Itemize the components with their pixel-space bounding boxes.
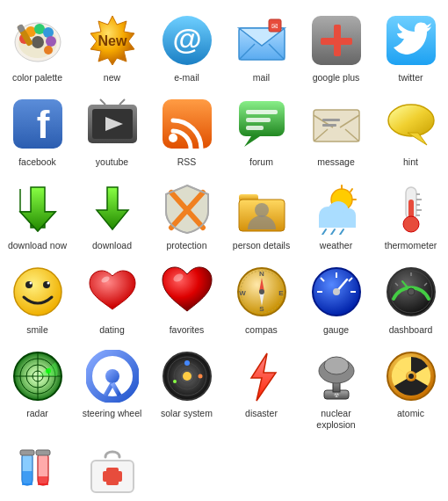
svg-rect-138 <box>22 471 33 485</box>
twitter-icon <box>382 11 439 69</box>
rss-icon <box>158 96 215 153</box>
message-label: message <box>317 156 355 168</box>
smile-label: smile <box>26 324 48 336</box>
mail-icon: ✉ <box>233 11 290 69</box>
color-palette-icon <box>9 11 66 69</box>
smile-icon <box>9 264 66 321</box>
solar-system-icon <box>158 347 215 404</box>
download-now-icon <box>9 179 66 236</box>
icon-item-weather[interactable]: weather <box>299 172 373 257</box>
svg-point-8 <box>32 36 44 48</box>
icon-item-radar[interactable]: radar <box>0 340 75 435</box>
steering-wheel-icon <box>83 347 141 404</box>
protection-label: protection <box>166 240 206 251</box>
icon-item-atomic[interactable]: atomic <box>373 340 448 435</box>
svg-line-30 <box>119 99 125 105</box>
svg-point-125 <box>198 374 202 378</box>
icon-item-forum[interactable]: forum <box>224 89 299 173</box>
icon-item-color-palette[interactable]: color palette <box>0 4 75 89</box>
svg-rect-36 <box>246 110 278 114</box>
google-plus-label: google plus <box>313 72 360 84</box>
svg-text:E: E <box>278 289 284 297</box>
weather-label: weather <box>320 240 352 251</box>
svg-rect-37 <box>246 118 271 122</box>
icon-item-favorites[interactable]: favorites <box>149 257 224 341</box>
youtube-icon <box>83 96 141 153</box>
facebook-label: facebook <box>18 156 56 168</box>
test-tubes-icon <box>9 443 66 500</box>
icon-item-protection[interactable]: protection <box>149 172 224 257</box>
nuclear-explosion-label: nuclear explosion <box>316 408 355 430</box>
svg-rect-144 <box>36 450 50 455</box>
dating-icon <box>83 264 141 321</box>
icon-item-compas[interactable]: N S W E compas <box>224 257 299 341</box>
svg-marker-47 <box>408 133 427 145</box>
icon-item-message[interactable]: message <box>299 89 373 173</box>
radar-label: radar <box>26 408 48 419</box>
svg-point-126 <box>173 380 177 383</box>
icon-item-person-details[interactable]: person details <box>224 172 299 257</box>
icon-item-steering-wheel[interactable]: steering wheel <box>75 340 149 435</box>
svg-point-6 <box>46 36 56 47</box>
icon-item-disaster[interactable]: disaster <box>224 340 299 435</box>
compas-label: compas <box>245 324 278 336</box>
download-label: download <box>92 240 132 251</box>
person-details-label: person details <box>233 240 290 251</box>
icon-item-solar-system[interactable]: solar system <box>149 340 224 435</box>
rss-label: RSS <box>177 156 197 168</box>
icon-item-smile[interactable]: smile <box>0 257 75 341</box>
radar-icon <box>9 347 66 404</box>
youtube-label: youtube <box>96 156 128 168</box>
icon-item-download-now[interactable]: download now <box>0 172 75 257</box>
thermometer-icon <box>382 179 439 236</box>
icon-item-facebook[interactable]: f facebook <box>0 89 75 173</box>
icon-item-mail[interactable]: ✉ mail <box>224 4 299 89</box>
svg-text:N: N <box>259 270 264 278</box>
icon-item-email[interactable]: @ e-mail <box>149 4 224 89</box>
icon-item-youtube[interactable]: youtube <box>75 89 149 173</box>
dashboard-label: dashboard <box>389 324 433 336</box>
icon-item-download[interactable]: download <box>75 172 149 257</box>
svg-point-131 <box>324 357 349 374</box>
icon-item-hint[interactable]: hint <box>373 89 448 173</box>
svg-point-33 <box>169 134 177 142</box>
svg-line-118 <box>112 383 119 396</box>
icon-item-dashboard[interactable]: dashboard <box>373 257 448 341</box>
icon-item-new[interactable]: New new <box>75 4 149 89</box>
svg-marker-51 <box>97 187 128 229</box>
svg-text:☢: ☢ <box>334 392 339 398</box>
svg-rect-38 <box>246 126 264 130</box>
protection-icon <box>158 179 215 236</box>
first-aid-icon <box>83 443 141 500</box>
icon-item-dating[interactable]: dating <box>75 257 149 341</box>
svg-text:f: f <box>36 103 49 146</box>
new-icon: New <box>83 11 141 69</box>
svg-point-70 <box>403 216 419 232</box>
facebook-icon: f <box>9 96 66 153</box>
icon-item-rss[interactable]: RSS <box>149 89 224 173</box>
icon-item-first-aid[interactable]: first aid <box>75 436 149 501</box>
icon-item-gauge[interactable]: gauge <box>299 257 373 341</box>
icon-item-twitter[interactable]: twitter <box>373 4 448 89</box>
svg-point-124 <box>184 360 190 366</box>
forum-label: forum <box>249 156 273 168</box>
hint-icon <box>382 96 439 153</box>
svg-point-106 <box>408 288 415 295</box>
svg-point-46 <box>388 105 434 136</box>
svg-line-59 <box>350 189 352 192</box>
email-label: e-mail <box>174 72 199 84</box>
svg-point-99 <box>333 288 340 295</box>
icon-item-test-tubes[interactable]: test tubes <box>0 436 75 501</box>
hint-label: hint <box>403 156 418 168</box>
icon-item-thermometer[interactable]: thermometer <box>373 172 448 257</box>
svg-text:@: @ <box>172 22 201 55</box>
color-palette-label: color palette <box>12 72 62 84</box>
svg-line-67 <box>340 229 343 235</box>
svg-point-91 <box>259 289 264 294</box>
icon-item-nuclear-explosion[interactable]: ☢ nuclear explosion <box>299 340 373 435</box>
svg-text:S: S <box>259 305 264 313</box>
icon-item-google-plus[interactable]: google plus <box>299 4 373 89</box>
svg-rect-45 <box>322 124 336 127</box>
new-label: new <box>104 72 120 84</box>
svg-rect-64 <box>319 215 356 228</box>
